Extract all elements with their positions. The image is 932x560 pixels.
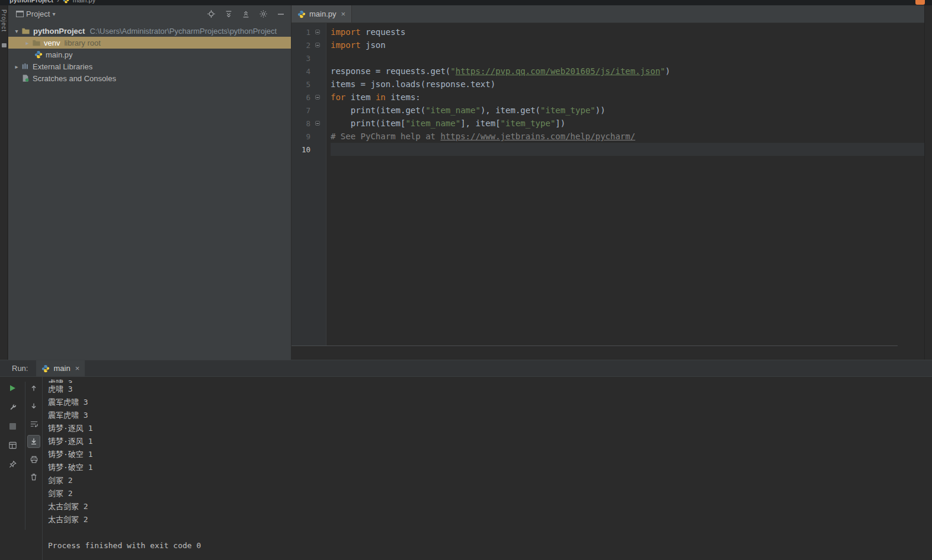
tree-row-scratches[interactable]: Scratches and Consoles (8, 72, 291, 84)
tree-suffix: library root (64, 39, 100, 47)
gutter-line-7[interactable]: 7 (292, 104, 326, 117)
code-line[interactable] (331, 52, 924, 65)
tree-row-venv[interactable]: ▸ venv library root (8, 37, 291, 49)
tree-label: main.py (46, 50, 73, 59)
gutter-line-8[interactable]: 8 (292, 117, 326, 130)
code-line[interactable]: print(item["item_name"], item["item_type… (331, 117, 924, 130)
code-line[interactable]: import requests (331, 25, 924, 39)
run-toolbar (0, 382, 25, 471)
console-toolbar (25, 382, 42, 530)
gutter-line-3[interactable]: 3 (292, 52, 326, 65)
breadcrumb-separator-icon: › (57, 0, 59, 4)
console-line (48, 526, 924, 539)
console-line: 震军虎啸 3 (48, 396, 924, 409)
titlebar-file-name: main.py (73, 0, 96, 4)
python-file-icon (34, 50, 43, 59)
fold-marker-icon[interactable] (315, 43, 320, 47)
tree-label: venv (44, 39, 60, 47)
project-panel-header: Project ▾ (8, 5, 291, 23)
tree-row-main-py[interactable]: main.py (8, 49, 291, 60)
chevron-right-icon[interactable]: ▸ (12, 63, 21, 70)
close-icon[interactable]: × (75, 364, 80, 373)
restore-layout-button[interactable] (6, 439, 19, 452)
scroll-to-end-button[interactable] (27, 435, 40, 448)
gutter-line-6[interactable]: 6 (292, 91, 326, 104)
up-stack-button[interactable] (27, 382, 40, 395)
print-button[interactable] (27, 453, 40, 466)
stripe-project-button[interactable]: Project (1, 9, 7, 32)
gutter-line-10[interactable]: 10 (292, 143, 326, 156)
tree-label: pythonProject (33, 27, 85, 36)
run-tab-main[interactable]: main × (36, 360, 85, 376)
title-bar: pythonProject › main.py (0, 0, 932, 5)
pin-tab-button[interactable] (6, 457, 19, 471)
code-line[interactable]: items = json.loads(response.text) (331, 78, 924, 91)
code-line[interactable]: response = requests.get("https://pvp.qq.… (331, 65, 924, 78)
collapse-all-button[interactable] (242, 10, 250, 18)
down-stack-button[interactable] (27, 399, 40, 412)
editor-tab-bar: main.py × (292, 5, 924, 23)
tree-row-external-libraries[interactable]: ▸ External Libraries (8, 60, 291, 72)
tree-label: Scratches and Consoles (33, 74, 116, 83)
gutter-line-4[interactable]: 4 (292, 65, 326, 78)
locate-file-button[interactable] (207, 9, 216, 18)
clear-console-button[interactable] (27, 471, 40, 484)
project-tool-window: Project ▾ ▾ pythonProject C:\Users\Admin… (8, 5, 291, 360)
console-line: 剑冢 2 (48, 487, 924, 500)
gutter-line-1[interactable]: 1 (292, 25, 326, 39)
soft-wrap-button[interactable] (27, 417, 40, 430)
settings-gear-button[interactable] (259, 9, 268, 18)
python-file-icon (297, 10, 306, 18)
code-line[interactable]: for item in items: (331, 91, 924, 104)
editor-tab-label: main.py (309, 9, 337, 18)
tree-path: C:\Users\Administrator\PycharmProjects\p… (89, 27, 277, 36)
fold-marker-icon[interactable] (315, 121, 320, 126)
tree-row-python-project[interactable]: ▾ pythonProject C:\Users\Administrator\P… (8, 25, 291, 37)
chevron-down-icon[interactable]: ▾ (12, 28, 21, 34)
rerun-button[interactable] (6, 382, 19, 395)
fold-marker-icon[interactable] (315, 95, 320, 100)
titlebar-project-name: pythonProject (9, 0, 53, 4)
hide-panel-button[interactable] (277, 10, 285, 18)
gutter-rows: 12345678910 (292, 25, 326, 156)
console-line: 太古剑冢 2 (48, 500, 924, 513)
expand-all-button[interactable] (225, 10, 233, 18)
editor-tab-main-py[interactable]: main.py × (292, 5, 352, 23)
console-lines: 虎啸 3震军虎啸 3震军虎啸 3铸梦·逐风 1铸梦·逐风 1铸梦·破空 1铸梦·… (48, 383, 924, 552)
fold-marker-icon[interactable] (315, 30, 320, 34)
console-output[interactable]: 虎啸 3 虎啸 3震军虎啸 3震军虎啸 3铸梦·逐风 1铸梦·逐风 1铸梦·破空… (42, 377, 924, 560)
code-area[interactable]: import requestsimport json response = re… (326, 23, 924, 345)
titlebar-breadcrumb: pythonProject › main.py (9, 0, 95, 4)
gutter-line-5[interactable]: 5 (292, 78, 326, 91)
gutter-line-9[interactable]: 9 (292, 130, 326, 143)
console-line: 铸梦·破空 1 (48, 448, 924, 461)
pycharm-window: pythonProject › main.py Project Structur… (0, 0, 932, 560)
console-line: 铸梦·逐风 1 (48, 422, 924, 435)
code-line[interactable]: # See PyCharm help at https://www.jetbra… (331, 130, 924, 143)
run-label: Run: (12, 364, 28, 373)
editor-bottom-divider (292, 345, 898, 346)
close-icon[interactable]: × (341, 9, 346, 18)
code-line[interactable]: import json (331, 39, 924, 52)
folder-icon (21, 27, 30, 36)
stripe-folder-icon[interactable] (2, 43, 7, 47)
stop-button[interactable] (6, 420, 19, 433)
code-line[interactable] (331, 143, 924, 156)
run-panel-header: Run: main × (0, 360, 932, 377)
tree-label: External Libraries (33, 62, 92, 71)
project-view-selector[interactable]: Project ▾ (13, 8, 59, 20)
editor-area: main.py × 12345678910 import requestsimp… (292, 5, 924, 360)
code-line[interactable]: print(item.get("item_name"), item.get("i… (331, 104, 924, 117)
chevron-right-icon[interactable]: ▸ (23, 40, 32, 46)
gutter-line-2[interactable]: 2 (292, 39, 326, 52)
code-lines: import requestsimport json response = re… (331, 25, 924, 156)
scratches-icon (21, 74, 30, 82)
console-line: 铸梦·破空 1 (48, 461, 924, 474)
wrench-icon[interactable] (6, 401, 19, 414)
console-clipped-line: 虎啸 3 (48, 377, 924, 383)
editor-gutter[interactable]: 12345678910 (292, 23, 326, 345)
chevron-down-icon: ▾ (52, 11, 55, 17)
project-tree: ▾ pythonProject C:\Users\Administrator\P… (8, 23, 291, 84)
console-line: 震军虎啸 3 (48, 409, 924, 422)
notification-icon[interactable] (915, 0, 925, 5)
